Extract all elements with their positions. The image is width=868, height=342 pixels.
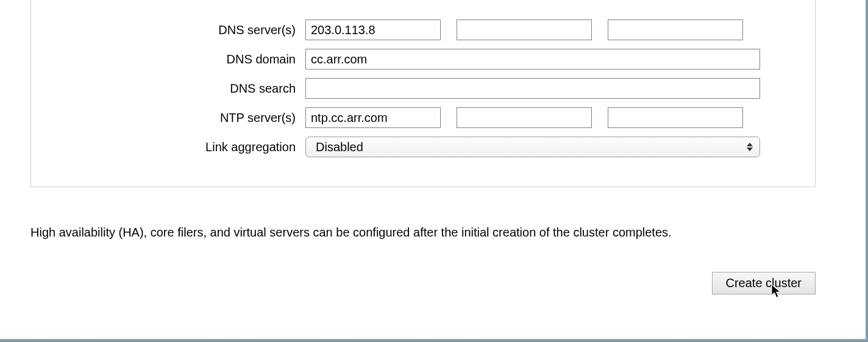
ntp-servers-fields bbox=[305, 107, 784, 128]
frame-shadow-bottom bbox=[0, 339, 868, 342]
dns-server-input-3[interactable] bbox=[608, 20, 743, 40]
dns-server-input-2[interactable] bbox=[457, 20, 592, 40]
link-aggregation-label: Link aggregation bbox=[62, 140, 305, 154]
ntp-server-input-2[interactable] bbox=[457, 107, 592, 128]
network-config-panel: DNS server(s) DNS domain DNS search NTP … bbox=[30, 0, 816, 187]
dns-search-label: DNS search bbox=[62, 82, 305, 96]
dns-servers-fields bbox=[305, 20, 784, 40]
ntp-server-input-1[interactable] bbox=[305, 107, 441, 128]
dns-domain-row: DNS domain bbox=[62, 49, 784, 69]
link-aggregation-row: Link aggregation Disabled bbox=[62, 137, 784, 157]
ntp-server-input-3[interactable] bbox=[608, 107, 743, 128]
ntp-servers-label: NTP server(s) bbox=[62, 111, 305, 125]
create-cluster-button[interactable]: Create cluster bbox=[712, 272, 816, 294]
dns-domain-input[interactable] bbox=[305, 49, 760, 69]
action-row: Create cluster bbox=[712, 272, 816, 294]
dns-server-input-1[interactable] bbox=[305, 20, 441, 40]
ntp-servers-row: NTP server(s) bbox=[62, 107, 784, 128]
dns-search-input[interactable] bbox=[305, 78, 760, 99]
dns-servers-label: DNS server(s) bbox=[62, 23, 305, 37]
dns-servers-row: DNS server(s) bbox=[62, 20, 784, 40]
post-config-hint: High availability (HA), core filers, and… bbox=[30, 226, 672, 240]
link-aggregation-select[interactable]: Disabled bbox=[305, 137, 760, 157]
dns-domain-label: DNS domain bbox=[62, 52, 305, 66]
dns-search-row: DNS search bbox=[62, 78, 784, 99]
frame-shadow-right bbox=[866, 0, 868, 342]
